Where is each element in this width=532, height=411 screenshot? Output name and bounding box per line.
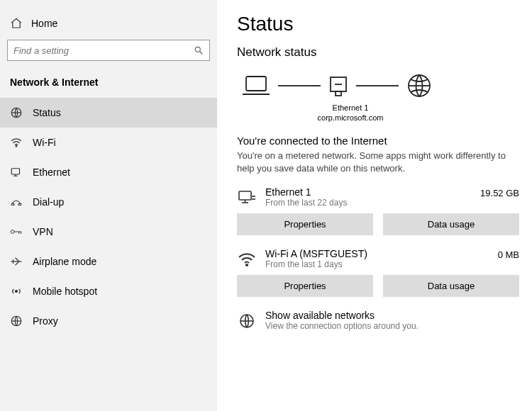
main-panel: Status Network status Ethernet 1 corp.mi… [217,0,532,411]
diagram-line [356,85,399,86]
sidebar-item-label: Dial-up [33,196,64,208]
sidebar-item-label: Status [33,107,61,118]
connection-subtext: From the last 22 days [265,198,472,208]
sidebar-item-label: Airplane mode [33,256,96,267]
show-networks-subtitle: View the connection options around you. [265,321,419,331]
sidebar: Home Network & Internet Status Wi-Fi [0,0,217,411]
sidebar-item-label: Mobile hotspot [33,286,97,297]
wifi-icon [237,249,257,269]
wifi-icon [10,136,23,149]
svg-rect-5 [11,169,19,174]
network-diagram [237,72,519,99]
dialup-icon [10,196,23,208]
svg-point-0 [195,47,200,52]
diagram-line [278,85,321,86]
connected-heading: You're connected to the Internet [237,135,519,147]
search-icon [194,45,204,55]
vpn-icon [10,225,23,238]
status-icon [10,106,23,119]
connection-name: Ethernet 1 [265,186,472,198]
sidebar-item-vpn[interactable]: VPN [0,217,217,247]
svg-point-4 [16,146,17,147]
ethernet-icon [10,166,23,179]
home-label: Home [31,18,57,29]
sidebar-item-label: Proxy [33,315,58,327]
sidebar-item-hotspot[interactable]: Mobile hotspot [0,276,217,306]
globe-icon [406,72,433,99]
svg-rect-8 [11,203,14,205]
sidebar-item-status[interactable]: Status [0,98,217,128]
show-networks-title: Show available networks [265,310,419,321]
svg-point-29 [246,264,248,266]
show-available-networks[interactable]: Show available networks View the connect… [237,310,519,331]
svg-point-14 [16,291,18,293]
connection-name: Wi-Fi A (MSFTGUEST) [265,248,489,259]
svg-line-1 [200,52,203,55]
properties-button[interactable]: Properties [237,275,373,297]
home-icon [10,17,23,30]
sidebar-item-airplane[interactable]: Airplane mode [0,247,217,276]
connection-usage: 0 MB [498,248,519,260]
airplane-icon [10,255,23,268]
laptop-icon [241,74,271,98]
router-icon [328,74,349,98]
page-title: Status [237,13,519,35]
metered-text: You're on a metered network. Some apps m… [237,150,519,175]
svg-point-10 [11,230,14,234]
sidebar-item-wifi[interactable]: Wi-Fi [0,128,217,157]
ethernet-icon [237,188,257,208]
connection-usage: 19.52 GB [480,186,519,198]
data-usage-button[interactable]: Data usage [383,275,519,297]
category-heading: Network & Internet [0,69,217,98]
svg-rect-24 [239,191,251,200]
svg-rect-9 [18,203,21,205]
sidebar-item-label: Ethernet [33,167,70,178]
svg-rect-17 [246,77,266,91]
proxy-icon [10,315,23,327]
diagram-conn-domain: corp.microsoft.com [311,113,389,123]
section-heading: Network status [237,45,519,60]
connection-block-wifi: Wi-Fi A (MSFTGUEST) From the last 1 days… [237,248,519,297]
diagram-caption: Ethernet 1 corp.microsoft.com [311,103,389,123]
properties-button[interactable]: Properties [237,213,373,235]
sidebar-item-ethernet[interactable]: Ethernet [0,157,217,187]
diagram-conn-name: Ethernet 1 [311,103,389,113]
sidebar-item-proxy[interactable]: Proxy [0,306,217,336]
search-input[interactable] [13,45,194,56]
svg-rect-20 [336,91,341,96]
connection-block-ethernet: Ethernet 1 From the last 22 days 19.52 G… [237,186,519,235]
search-wrap [0,37,217,69]
sidebar-item-label: VPN [33,226,53,237]
hotspot-icon [10,285,23,298]
sidebar-item-label: Wi-Fi [33,137,56,148]
sidebar-item-dialup[interactable]: Dial-up [0,187,217,217]
globe-icon [237,311,257,331]
search-box[interactable] [7,40,210,61]
connection-subtext: From the last 1 days [265,259,489,269]
home-button[interactable]: Home [0,13,217,37]
data-usage-button[interactable]: Data usage [383,213,519,235]
